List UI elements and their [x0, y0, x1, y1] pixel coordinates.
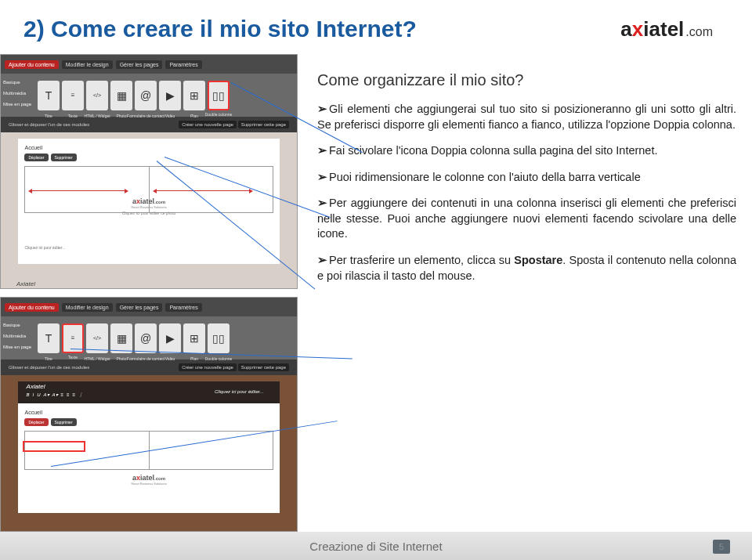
bullet-3: ➢Puoi ridimensionare le colonne con l'ai… — [317, 170, 736, 186]
ss-center-logo: axiatel.com Smart Business Solutions Cli… — [122, 197, 176, 215]
ss-del-page[interactable]: Supprimer cette page — [238, 121, 289, 128]
ss-subbar: Glisser et déposer l'un de ces modules C… — [1, 117, 297, 132]
ss-supprimer[interactable]: Supprimer — [51, 154, 77, 161]
ss-deplacer[interactable]: Déplacer — [24, 154, 48, 161]
ss-new-page[interactable]: Créer une nouvelle page — [179, 121, 237, 128]
tool-double-colonne[interactable]: ▯▯Double colonne — [208, 81, 230, 110]
tool-photo[interactable]: ▦Photo — [110, 81, 132, 110]
bullet-5: ➢Per trasferire un elemento, clicca su S… — [317, 253, 736, 284]
logo-part-x: x — [632, 17, 643, 42]
ss2-toolbar: TTitre ≡Texte </>HTML / Widget ▦Photo @F… — [1, 316, 297, 359]
subtitle: Come organizzare il mio sito? — [317, 70, 736, 91]
ss-site-name: Axiatel — [16, 280, 35, 287]
tool-plan[interactable]: ⊞Plan — [183, 81, 205, 110]
tool-titre[interactable]: TTitre — [38, 81, 60, 110]
ss2-subbar: Glisser et déposer l'un de ces modules C… — [1, 359, 297, 375]
ss-toolbar: TTitre ≡Texte </>HTML / Widget ▦Photo @F… — [1, 74, 297, 117]
ss-click-editer: Cliquez ici pour éditer... — [24, 245, 65, 250]
ss2-page: Accueil Déplacer Supprimer axiatel.com S… — [18, 403, 279, 513]
ss2-content: Axiatel BIUA▾A▾≡≡≡⋮ Cliquez ici pour édi… — [1, 375, 297, 532]
bullet-1: ➢Gli elementi che aggiungerai sul tuo si… — [317, 102, 736, 132]
screenshot-2: Ajouter du contenu Modifier le design Gé… — [0, 297, 298, 532]
page-number: 5 — [713, 540, 730, 554]
ss-top-params[interactable]: Paramètres — [165, 60, 201, 69]
tool-video[interactable]: ▶Vidéo — [159, 81, 181, 110]
ss-sidebar-basique[interactable]: Basique — [3, 77, 31, 88]
ss-top-ajouter[interactable]: Ajouter du contenu — [5, 60, 59, 69]
ss2-darkheader: Axiatel BIUA▾A▾≡≡≡⋮ Cliquez ici pour édi… — [18, 381, 279, 403]
ss-top-gerer[interactable]: Gérer les pages — [116, 60, 163, 69]
ss-sidebar: Basique Multimédia Mise en page — [3, 77, 31, 110]
logo-dotcom: .com — [685, 25, 713, 39]
ss-page-title: Accueil — [24, 145, 273, 150]
logo-part-a: a — [620, 17, 631, 42]
bullet-2: ➢Fai scivolare l'icona Doppia colonna su… — [317, 143, 736, 159]
tool-html[interactable]: </>HTML / Widget — [86, 81, 108, 110]
ss2-deplacer-hl[interactable]: Déplacer — [24, 418, 48, 426]
ss2-sidebar: Basique Multimédia Mise en page — [3, 320, 31, 352]
footer-text: Creazione di Site Internet — [309, 540, 442, 553]
ss-hint: Glisser et déposer l'un de ces modules — [9, 122, 89, 127]
ss2-topbar: Ajouter du contenu Modifier le design Gé… — [1, 298, 297, 316]
ss-page: Accueil Déplacer Supprimer — [18, 139, 279, 264]
text-column: Come organizzare il mio sito? ➢Gli eleme… — [317, 54, 736, 540]
ss-top-modifier[interactable]: Modifier le design — [62, 60, 113, 69]
tool-texte[interactable]: ≡Texte — [62, 81, 84, 110]
ss2-highlight-box — [23, 441, 85, 452]
ss-sidebar-mise[interactable]: Mise en page — [3, 99, 31, 110]
ss-sidebar-multimedia[interactable]: Multimédia — [3, 88, 31, 99]
ss-content: Accueil Déplacer Supprimer — [1, 132, 297, 289]
logo-part-iatel: iatel — [643, 17, 684, 42]
screenshot-1: Ajouter du contenu Modifier le design Gé… — [0, 54, 298, 289]
ss-topbar: Ajouter du contenu Modifier le design Gé… — [1, 55, 297, 74]
brand-logo: axiatel.com — [620, 17, 713, 42]
page-title: 2) Come creare il mio sito Internet? — [24, 16, 417, 42]
screenshots-column: Ajouter du contenu Modifier le design Gé… — [0, 54, 298, 540]
footer: Creazione di Site Internet 5 — [0, 532, 752, 560]
tool-form[interactable]: @Formulaire de contact — [135, 81, 157, 110]
bullet-4: ➢Per aggiungere dei contenuti in una col… — [317, 196, 736, 242]
